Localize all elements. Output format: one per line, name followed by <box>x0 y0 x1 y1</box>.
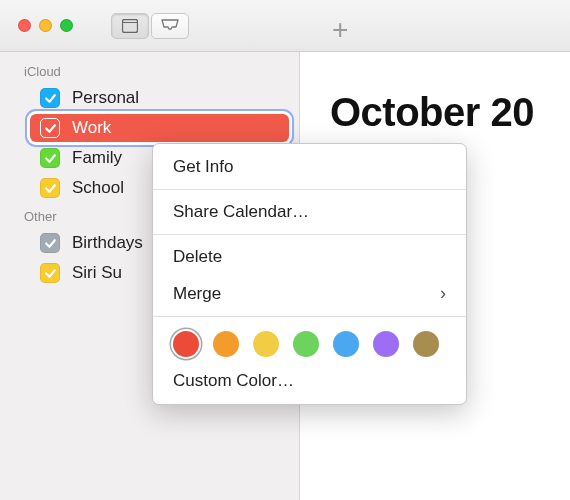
menu-item-get-info[interactable]: Get Info <box>153 149 466 185</box>
checkbox-icon[interactable] <box>40 178 60 198</box>
calendar-label: Work <box>72 118 111 138</box>
menu-item-custom-color[interactable]: Custom Color… <box>153 363 466 399</box>
checkbox-icon[interactable] <box>40 148 60 168</box>
menu-separator <box>153 189 466 190</box>
menu-separator <box>153 316 466 317</box>
checkbox-icon[interactable] <box>40 263 60 283</box>
calendar-label: Personal <box>72 88 139 108</box>
menu-separator <box>153 234 466 235</box>
color-swatch-green[interactable] <box>293 331 319 357</box>
calendar-item-personal[interactable]: Personal <box>0 83 299 113</box>
calendars-sidebar-button[interactable] <box>111 13 149 39</box>
calendar-label: Siri Su <box>72 263 122 283</box>
menu-item-delete[interactable]: Delete <box>153 239 466 275</box>
svg-rect-0 <box>123 19 138 32</box>
section-header-icloud: iCloud <box>0 58 299 83</box>
menu-item-merge[interactable]: Merge› <box>153 275 466 312</box>
checkbox-icon[interactable] <box>40 88 60 108</box>
checkbox-icon[interactable] <box>40 118 60 138</box>
color-swatch-brown[interactable] <box>413 331 439 357</box>
calendar-item-work[interactable]: Work <box>0 113 299 143</box>
add-event-button[interactable]: + <box>332 14 348 46</box>
color-swatch-purple[interactable] <box>373 331 399 357</box>
color-swatch-orange[interactable] <box>213 331 239 357</box>
checkbox-icon[interactable] <box>40 233 60 253</box>
month-title: October 20 <box>330 90 570 135</box>
context-menu: Get Info Share Calendar… Delete Merge› C… <box>152 143 467 405</box>
calendar-label: School <box>72 178 124 198</box>
color-swatch-red[interactable] <box>173 331 199 357</box>
minimize-window-button[interactable] <box>39 19 52 32</box>
window-controls <box>18 19 73 32</box>
titlebar <box>0 0 570 52</box>
color-swatch-yellow[interactable] <box>253 331 279 357</box>
menu-item-share[interactable]: Share Calendar… <box>153 194 466 230</box>
zoom-window-button[interactable] <box>60 19 73 32</box>
inbox-button[interactable] <box>151 13 189 39</box>
calendar-label: Family <box>72 148 122 168</box>
color-picker-row <box>153 321 466 363</box>
close-window-button[interactable] <box>18 19 31 32</box>
color-swatch-blue[interactable] <box>333 331 359 357</box>
calendar-label: Birthdays <box>72 233 143 253</box>
chevron-right-icon: › <box>440 283 446 304</box>
